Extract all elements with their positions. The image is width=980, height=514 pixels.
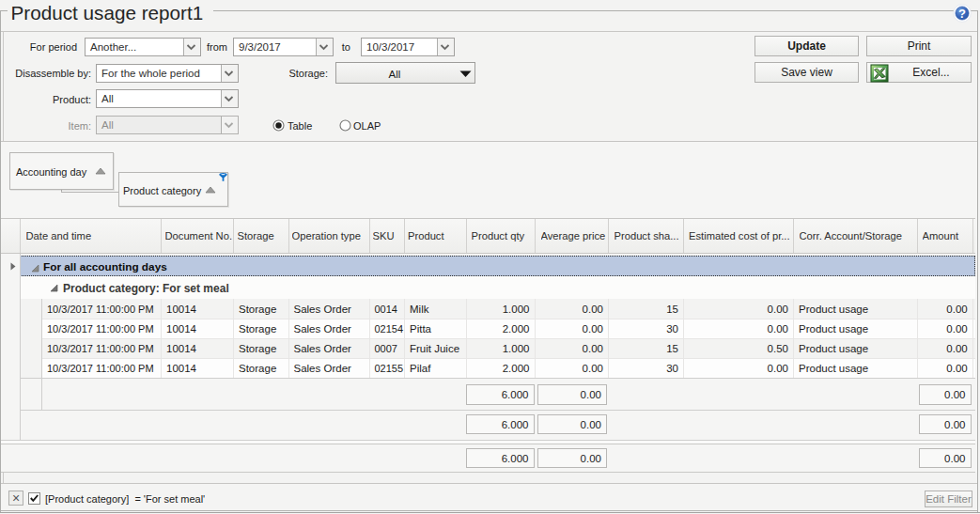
svg-text:?: ? (958, 7, 966, 21)
